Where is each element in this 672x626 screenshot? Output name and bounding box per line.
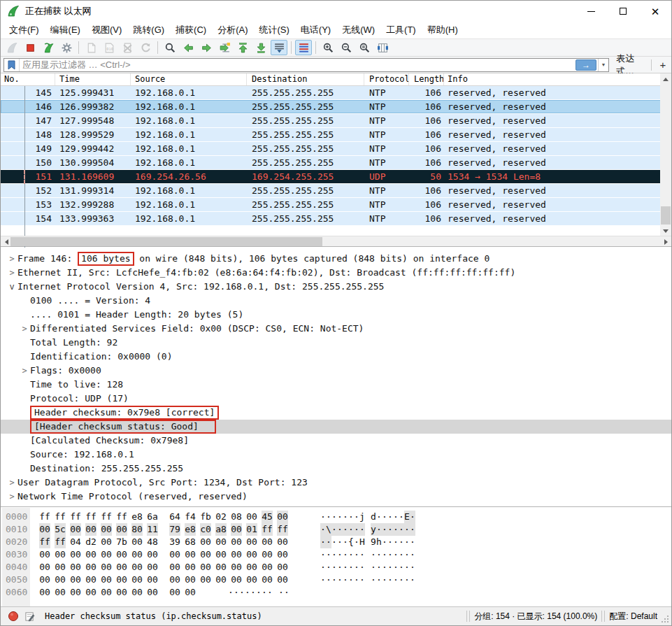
hex-byte[interactable]: 04	[70, 536, 81, 548]
hex-byte[interactable]: ff	[277, 523, 288, 536]
ascii-char[interactable]: ·	[354, 536, 359, 548]
ascii-char[interactable]: ·	[410, 536, 415, 548]
packet-row[interactable]: 147127.999548192.168.0.1255.255.255.255N…	[1, 114, 671, 128]
ascii-char[interactable]: ·	[354, 574, 359, 586]
auto-scroll-button[interactable]	[271, 40, 287, 55]
detail-row[interactable]: 0100 .... = Version: 4	[1, 294, 671, 308]
ascii-char[interactable]: ·	[359, 548, 365, 561]
profile-text[interactable]: 配置: Default	[609, 611, 657, 623]
ascii-char[interactable]: ·	[320, 561, 326, 574]
detail-row[interactable]: Time to live: 128	[1, 378, 671, 392]
hex-byte[interactable]: 00	[131, 536, 143, 548]
packet-row[interactable]: 146126.999382192.168.0.1255.255.255.255N…	[1, 100, 671, 114]
packet-row[interactable]: 149129.999442192.168.0.1255.255.255.255N…	[1, 142, 671, 156]
hex-byte[interactable]: 00	[262, 548, 273, 561]
detail-row[interactable]: >Ethernet II, Src: LcfcHefe_f4:fb:02 (e8…	[1, 266, 671, 280]
ascii-char[interactable]: 9	[371, 536, 376, 548]
reload-file-button[interactable]	[137, 40, 154, 55]
ascii-char[interactable]: ·	[382, 511, 387, 523]
vscroll-thumb[interactable]	[661, 206, 671, 225]
ascii-char[interactable]: ·	[393, 561, 399, 574]
hex-byte[interactable]: 80	[131, 523, 143, 536]
hex-byte[interactable]: 00	[200, 536, 211, 548]
column-header-no[interactable]: No.	[1, 73, 55, 85]
hex-byte[interactable]: 00	[200, 561, 211, 574]
collapse-arrow-icon[interactable]: >	[6, 252, 17, 266]
hex-byte[interactable]: a8	[215, 523, 227, 536]
detail-row[interactable]: Destination: 255.255.255.255	[1, 462, 671, 476]
collapse-arrow-icon[interactable]: >	[19, 322, 30, 336]
ascii-char[interactable]: ·	[250, 586, 256, 599]
ascii-char[interactable]: ·	[393, 511, 399, 523]
hex-byte[interactable]: 00	[101, 586, 112, 599]
ascii-char[interactable]: ·	[331, 511, 337, 523]
ascii-char[interactable]: ·	[320, 523, 326, 536]
ascii-char[interactable]: ·	[284, 586, 289, 599]
hex-byte[interactable]: 00	[131, 574, 143, 586]
hex-byte[interactable]: 00	[39, 523, 50, 536]
ascii-char[interactable]: ·	[371, 561, 376, 574]
ascii-char[interactable]: h	[376, 536, 382, 548]
maximize-button[interactable]	[607, 1, 639, 22]
hex-byte[interactable]: 00	[147, 586, 158, 599]
column-header-length[interactable]: Length	[409, 73, 444, 85]
ascii-char[interactable]: ·	[331, 548, 337, 561]
ascii-char[interactable]: ·	[320, 511, 326, 523]
hex-byte[interactable]: ff	[39, 536, 50, 548]
display-filter-input[interactable]	[20, 59, 576, 71]
next-packet-button[interactable]	[198, 40, 215, 55]
hex-byte[interactable]: 08	[231, 511, 242, 523]
ascii-char[interactable]: ·	[376, 511, 382, 523]
hex-byte[interactable]: ff	[55, 536, 66, 548]
ascii-char[interactable]: ·	[337, 561, 343, 574]
expand-arrow-icon[interactable]: v	[6, 280, 17, 294]
hex-byte[interactable]: 64	[169, 511, 180, 523]
hex-byte[interactable]: 00	[231, 574, 242, 586]
ascii-char[interactable]: ·	[382, 561, 387, 574]
minimize-button[interactable]	[575, 1, 607, 22]
ascii-char[interactable]: ·	[267, 586, 273, 599]
ascii-char[interactable]: ·	[343, 561, 348, 574]
ascii-char[interactable]: ·	[278, 586, 284, 599]
ascii-char[interactable]: ·	[387, 561, 393, 574]
ascii-char[interactable]: ·	[337, 523, 343, 536]
hex-byte[interactable]: 00	[147, 561, 158, 574]
ascii-char[interactable]: ·	[228, 586, 234, 599]
column-header-protocol[interactable]: Protocol	[364, 73, 409, 85]
ascii-char[interactable]: ·	[399, 536, 404, 548]
hex-byte[interactable]: 00	[116, 561, 127, 574]
ascii-char[interactable]: ·	[234, 586, 239, 599]
close-file-button[interactable]	[119, 40, 136, 55]
ascii-char[interactable]: ·	[410, 548, 415, 561]
hscroll-thumb[interactable]	[10, 237, 322, 246]
detail-row[interactable]: vInternet Protocol Version 4, Src: 192.1…	[1, 280, 671, 294]
detail-row[interactable]: >Flags: 0x0000	[1, 364, 671, 378]
ascii-char[interactable]: ·	[399, 523, 404, 536]
packet-list-hscrollbar[interactable]	[1, 236, 671, 246]
hex-byte[interactable]: 00	[70, 548, 81, 561]
ascii-char[interactable]: ·	[331, 561, 337, 574]
ascii-char[interactable]: ·	[410, 561, 415, 574]
ascii-char[interactable]: ·	[399, 511, 404, 523]
ascii-char[interactable]: ·	[326, 511, 331, 523]
hex-byte[interactable]: 00	[101, 561, 112, 574]
packet-row[interactable]: 152131.999314192.168.0.1255.255.255.255N…	[1, 184, 671, 198]
ascii-char[interactable]: ·	[348, 574, 354, 586]
hex-byte[interactable]: ff	[85, 511, 96, 523]
ascii-char[interactable]: ·	[245, 586, 250, 599]
last-packet-button[interactable]	[252, 40, 269, 55]
ascii-char[interactable]: ·	[337, 574, 343, 586]
detail-row[interactable]: >User Datagram Protocol, Src Port: 1234,…	[1, 476, 671, 490]
open-file-button[interactable]	[83, 40, 99, 55]
menu-item-0[interactable]: 文件(F)	[3, 22, 45, 38]
packet-row[interactable]: 154133.999363192.168.0.1255.255.255.255N…	[1, 212, 671, 226]
ascii-char[interactable]: ·	[354, 511, 359, 523]
hex-byte[interactable]: 00	[39, 548, 50, 561]
ascii-char[interactable]: ·	[410, 574, 415, 586]
ascii-char[interactable]: ·	[359, 561, 365, 574]
ascii-char[interactable]: ·	[410, 511, 415, 523]
collapse-arrow-icon[interactable]: >	[6, 266, 17, 280]
ascii-char[interactable]: ·	[387, 511, 393, 523]
hex-byte[interactable]: e8	[131, 511, 143, 523]
hex-byte[interactable]: 11	[147, 523, 158, 536]
